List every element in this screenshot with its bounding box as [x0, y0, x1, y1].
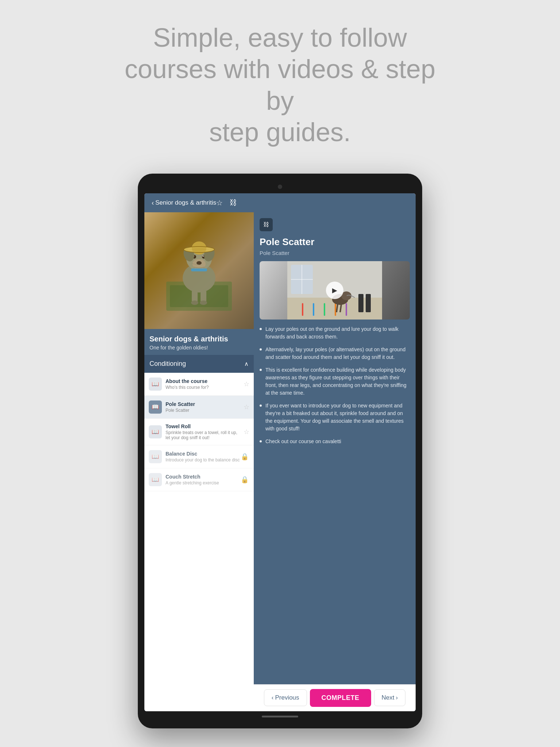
video-thumbnail[interactable]: ▶: [260, 261, 410, 320]
bullet-item: This is excellent for confidence buildin…: [260, 366, 410, 397]
chevron-right-icon: [396, 694, 398, 701]
bullet-item: Alternatively, lay your poles (or altern…: [260, 346, 410, 361]
course-info: Senior dogs & arthritis One for the gold…: [144, 329, 254, 355]
svg-rect-25: [324, 303, 325, 316]
chevron-left-icon: [272, 694, 274, 701]
star-icon[interactable]: ☆: [244, 380, 249, 388]
bullet-text: If you ever want to introduce your dog t…: [265, 402, 410, 433]
lesson-desc: Pole Scatter: [166, 408, 240, 413]
lesson-desc: A gentle stretching exercise: [166, 480, 249, 485]
link-icon-box[interactable]: ⛓: [260, 218, 273, 231]
lesson-text: Balance Disc Introduce your dog to the b…: [166, 451, 249, 462]
svg-rect-26: [335, 303, 336, 316]
svg-point-20: [200, 301, 207, 305]
lesson-icon: 📖: [149, 450, 162, 463]
exercise-subtitle: Pole Scatter: [260, 250, 410, 256]
content-area: Senior dogs & arthritis One for the gold…: [144, 212, 416, 711]
course-title: Senior dogs & arthritis: [149, 335, 249, 343]
next-button[interactable]: Next: [374, 689, 406, 706]
bullet-dot: [260, 328, 262, 330]
play-button[interactable]: ▶: [326, 282, 343, 299]
home-indicator: [262, 716, 298, 717]
lesson-icon: 📖: [149, 425, 162, 438]
lesson-name: About the course: [166, 378, 240, 384]
lesson-icon-active: 📖: [149, 400, 162, 414]
back-button[interactable]: ‹ Senior dogs & arthritis: [152, 199, 216, 206]
lesson-item[interactable]: 📖 Towel Roll Sprinkle treats over a towe…: [144, 419, 254, 445]
video-content: ▶: [260, 261, 410, 320]
previous-label: Previous: [275, 694, 299, 701]
chevron-up-icon: ∧: [244, 360, 249, 367]
lesson-item[interactable]: 📖 About the course Who's this course for…: [144, 373, 254, 396]
link-icon[interactable]: ⛓: [229, 198, 237, 207]
svg-rect-27: [346, 303, 347, 316]
svg-rect-23: [302, 303, 303, 316]
lesson-text: Pole Scatter Pole Scatter: [166, 401, 240, 413]
lesson-text: About the course Who's this course for?: [166, 378, 240, 390]
tablet-screen: ‹ Senior dogs & arthritis ☆ ⛓: [144, 193, 416, 711]
lesson-item-locked: 📖 Balance Disc Introduce your dog to the…: [144, 445, 254, 468]
svg-rect-24: [313, 303, 314, 316]
bullet-text: Alternatively, lay your poles (or altern…: [265, 346, 410, 361]
accordion-header[interactable]: Conditioning ∧: [144, 355, 254, 373]
lesson-desc: Introduce your dog to the balance disc: [166, 457, 249, 462]
bullet-text: This is excellent for confidence buildin…: [265, 366, 410, 397]
star-icon[interactable]: ☆: [244, 428, 249, 436]
dog-photo: [144, 212, 254, 329]
star-icon[interactable]: ☆: [244, 403, 249, 411]
bullet-item: If you ever want to introduce your dog t…: [260, 402, 410, 433]
next-label: Next: [382, 694, 394, 701]
right-panel: ⛓ Pole Scatter Pole Scatter: [254, 212, 416, 711]
dog-illustration: [166, 231, 232, 311]
lesson-text: Couch Stretch A gentle stretching exerci…: [166, 474, 249, 485]
lock-icon: 🔒: [241, 453, 249, 461]
course-subtitle: One for the golden oldies!: [149, 345, 249, 351]
svg-rect-32: [358, 294, 363, 312]
tablet-camera: [278, 185, 282, 189]
lock-icon: 🔒: [241, 476, 249, 484]
bullet-dot: [260, 348, 262, 351]
complete-label: COMPLETE: [322, 694, 359, 701]
accordion-label: Conditioning: [149, 360, 186, 368]
svg-rect-33: [366, 294, 371, 312]
hero-image: [144, 212, 254, 329]
headline: Simple, easy to follow courses with vide…: [116, 22, 444, 148]
svg-point-19: [191, 301, 198, 305]
left-panel: Senior dogs & arthritis One for the gold…: [144, 212, 254, 711]
bullet-text: Check out our course on cavaletti: [265, 438, 341, 445]
bullet-dot: [260, 369, 262, 371]
lesson-name: Couch Stretch: [166, 474, 249, 480]
bullet-item: Check out our course on cavaletti: [260, 438, 410, 445]
lesson-list: 📖 About the course Who's this course for…: [144, 373, 254, 711]
lesson-name: Towel Roll: [166, 423, 240, 429]
lesson-icon: 📖: [149, 473, 162, 486]
lesson-desc: Who's this course for?: [166, 385, 240, 390]
lesson-desc: Sprinkle treats over a towel, roll it up…: [166, 430, 240, 440]
top-bar: ‹ Senior dogs & arthritis ☆ ⛓: [144, 193, 416, 212]
bullet-text: Lay your poles out on the ground and lur…: [265, 325, 410, 341]
bullet-item: Lay your poles out on the ground and lur…: [260, 325, 410, 341]
lesson-item-locked: 📖 Couch Stretch A gentle stretching exer…: [144, 468, 254, 491]
lesson-icon: 📖: [149, 378, 162, 391]
bookmark-icon[interactable]: ☆: [216, 198, 223, 207]
bullet-list: Lay your poles out on the ground and lur…: [260, 325, 410, 445]
lesson-name: Balance Disc: [166, 451, 249, 457]
complete-button[interactable]: COMPLETE: [310, 689, 371, 707]
svg-point-8: [202, 255, 204, 257]
svg-rect-16: [191, 268, 207, 271]
right-content: ⛓ Pole Scatter Pole Scatter: [254, 212, 416, 684]
lesson-text: Towel Roll Sprinkle treats over a towel,…: [166, 423, 240, 440]
exercise-title: Pole Scatter: [260, 236, 410, 248]
bottom-nav: Previous COMPLETE Next: [254, 684, 416, 711]
lesson-name: Pole Scatter: [166, 401, 240, 407]
bullet-dot: [260, 440, 262, 442]
tablet-device: ‹ Senior dogs & arthritis ☆ ⛓: [138, 174, 422, 728]
previous-button[interactable]: Previous: [264, 689, 307, 706]
lesson-item-active[interactable]: 📖 Pole Scatter Pole Scatter ☆: [144, 396, 254, 419]
chevron-left-icon: ‹: [152, 200, 154, 206]
bullet-dot: [260, 405, 262, 407]
top-bar-icons: ☆ ⛓: [216, 198, 237, 207]
back-label: Senior dogs & arthritis: [155, 199, 216, 206]
